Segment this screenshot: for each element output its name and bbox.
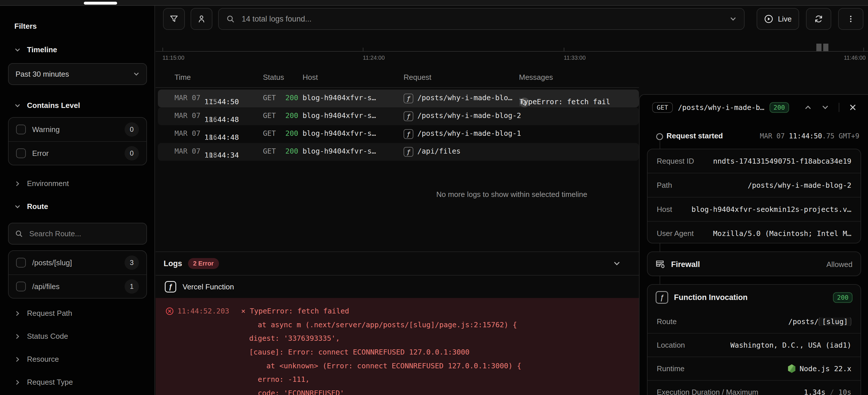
error-message: × TypeError: fetch failed bbox=[241, 307, 349, 315]
error-circle-x-icon bbox=[165, 307, 174, 315]
function-icon: ƒ bbox=[165, 281, 176, 293]
timeline-axis[interactable] bbox=[156, 51, 868, 52]
log-search-input[interactable] bbox=[241, 14, 724, 24]
section-timeline-label: Timeline bbox=[27, 45, 57, 54]
function-icon: ƒ bbox=[404, 111, 413, 121]
chevron-down-icon bbox=[133, 71, 140, 77]
table-row[interactable]: MAR 07 11:44:48.86 GET 200 blog-h9404xfv… bbox=[158, 125, 639, 143]
log-status: 200 bbox=[285, 129, 298, 138]
log-search bbox=[218, 8, 745, 30]
col-status: Status bbox=[263, 73, 284, 82]
warning-count: 0 bbox=[125, 122, 139, 136]
detail-row-runtime: Runtime Node.js 22.x bbox=[648, 357, 861, 380]
function-status-badge: 200 bbox=[833, 292, 852, 303]
filter-option-warning[interactable]: Warning 0 bbox=[9, 118, 146, 141]
function-invocation-header[interactable]: ƒ Function Invocation 200 bbox=[648, 285, 861, 310]
axis-tick bbox=[863, 48, 864, 51]
error-log-line: [cause]: Error: connect ECONNREFUSED 127… bbox=[156, 345, 639, 359]
more-menu-button[interactable] bbox=[838, 8, 863, 30]
error-count: 0 bbox=[125, 146, 139, 160]
chevron-down-icon bbox=[14, 204, 21, 210]
chevron-right-icon bbox=[14, 333, 21, 340]
detail-row-path: Path /posts/why-i-made-blog-2 bbox=[648, 173, 861, 197]
active-tab-indicator bbox=[84, 2, 117, 5]
detail-value: nndts-1741315490751-f18abca34e19 bbox=[713, 157, 851, 165]
detail-label: Execution Duration / Maximum bbox=[657, 388, 758, 395]
detail-label: Path bbox=[657, 181, 672, 190]
col-messages: Messages bbox=[519, 73, 553, 82]
firewall-icon bbox=[656, 260, 665, 269]
section-contains-level-label: Contains Level bbox=[27, 101, 80, 110]
person-icon bbox=[197, 14, 206, 23]
detail-value: blog-h9404xfvr-seokmin12s-projects.v… bbox=[691, 205, 851, 214]
log-method: GET bbox=[263, 129, 276, 138]
request-path: /posts/why-i-made-b… bbox=[678, 103, 764, 112]
chevron-down-icon bbox=[14, 102, 21, 109]
section-request-path[interactable]: Request Path bbox=[14, 309, 72, 318]
api-files-checkbox[interactable] bbox=[16, 282, 26, 292]
filter-option-api-files[interactable]: /api/files 1 bbox=[9, 274, 146, 298]
route-search-input[interactable] bbox=[28, 229, 140, 239]
chevron-right-icon bbox=[14, 310, 21, 316]
refresh-button[interactable] bbox=[806, 8, 831, 30]
event-label: Request started bbox=[666, 131, 723, 141]
top-nav-strip bbox=[0, 0, 868, 6]
next-log-button[interactable] bbox=[819, 101, 831, 113]
close-panel-button[interactable] bbox=[847, 101, 859, 113]
error-log-line: digest: '3376393335', bbox=[156, 332, 639, 345]
activity-bar[interactable] bbox=[823, 43, 828, 51]
timeline-range-select[interactable]: Past 30 minutes bbox=[8, 63, 147, 85]
filter-option-posts-slug[interactable]: /posts/[slug] 3 bbox=[9, 251, 146, 274]
logs-title: Logs bbox=[164, 259, 182, 268]
user-filter-button[interactable] bbox=[191, 8, 212, 30]
section-environment[interactable]: Environment bbox=[14, 179, 69, 188]
section-status-code[interactable]: Status Code bbox=[14, 332, 68, 341]
function-invocation-card: ƒ Function Invocation 200 Route /posts/[… bbox=[647, 284, 861, 395]
chevron-right-icon bbox=[14, 379, 21, 386]
detail-label: Runtime bbox=[657, 364, 685, 373]
axis-tick bbox=[363, 48, 363, 51]
table-header: Time Status Host Request Messages bbox=[156, 68, 639, 88]
filter-option-error[interactable]: Error 0 bbox=[9, 141, 146, 165]
table-row[interactable]: MAR 07 11:44:48.86 GET 200 blog-h9404xfv… bbox=[158, 108, 639, 125]
section-route[interactable]: Route bbox=[14, 202, 48, 211]
log-request: /posts/why-i-made-blog-1 bbox=[417, 129, 521, 138]
table-row[interactable]: MAR 07 11:44:34.08 GET 200 blog-h9404xfv… bbox=[158, 143, 639, 161]
detail-panel-header: GET /posts/why-i-made-b… 200 bbox=[640, 95, 868, 120]
refresh-icon bbox=[814, 14, 823, 23]
chevron-down-icon[interactable] bbox=[613, 260, 621, 267]
axis-tick-label: 11:24:00 bbox=[363, 55, 384, 61]
log-date: MAR 07 bbox=[175, 94, 200, 102]
logs-section-header[interactable]: Logs 2 Error bbox=[156, 251, 639, 275]
firewall-card[interactable]: Firewall Allowed bbox=[647, 251, 861, 276]
close-icon bbox=[849, 103, 857, 111]
timeline-range-value: Past 30 minutes bbox=[16, 70, 69, 79]
log-host: blog-h9404xfvr-s… bbox=[303, 147, 376, 155]
axis-tick bbox=[162, 48, 163, 51]
error-checkbox[interactable] bbox=[16, 148, 26, 158]
table-row[interactable]: MAR 07 11:44:50.75 GET 200 blog-h9404xfv… bbox=[158, 90, 639, 108]
filter-button[interactable] bbox=[163, 8, 185, 30]
section-resource[interactable]: Resource bbox=[14, 355, 59, 364]
posts-slug-checkbox[interactable] bbox=[16, 258, 26, 268]
detail-label: User Agent bbox=[657, 229, 694, 238]
request-details-card: Request ID nndts-1741315490751-f18abca34… bbox=[647, 149, 861, 243]
chevron-down-icon[interactable] bbox=[730, 16, 737, 22]
warning-checkbox[interactable] bbox=[16, 125, 26, 134]
detail-label: Host bbox=[657, 205, 672, 214]
live-label: Live bbox=[778, 14, 792, 24]
log-date: MAR 07 bbox=[175, 111, 200, 120]
activity-bar[interactable] bbox=[816, 43, 822, 51]
detail-row-request-id: Request ID nndts-1741315490751-f18abca34… bbox=[648, 149, 861, 173]
prev-log-button[interactable] bbox=[802, 101, 814, 113]
col-request: Request bbox=[404, 73, 431, 82]
log-request: /posts/why-i-made-blog-2 bbox=[417, 111, 521, 120]
live-button[interactable]: Live bbox=[756, 8, 799, 30]
section-contains-level[interactable]: Contains Level bbox=[14, 101, 80, 110]
play-circle-icon bbox=[764, 14, 773, 24]
section-timeline[interactable]: Timeline bbox=[14, 45, 57, 54]
axis-tick bbox=[564, 48, 564, 51]
section-request-type[interactable]: Request Type bbox=[14, 378, 73, 387]
detail-value: Node.js 22.x bbox=[788, 364, 851, 373]
error-log-viewer[interactable]: 11:44:52.203 × TypeError: fetch failed a… bbox=[156, 298, 639, 395]
